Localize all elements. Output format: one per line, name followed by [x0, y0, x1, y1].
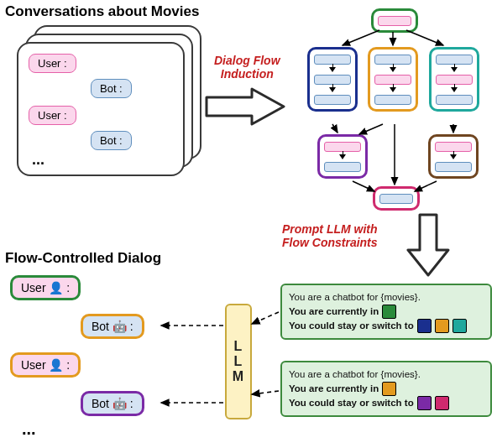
- fc-user-1: User 👤 :: [10, 275, 81, 300]
- arrow-to-graph: [205, 87, 285, 126]
- node-start: [371, 8, 418, 33]
- svg-line-11: [252, 312, 279, 324]
- arrow-down-mini: [450, 154, 457, 159]
- llm-letter-3: M: [233, 369, 244, 384]
- fc-user-2: User 👤 :: [10, 352, 81, 378]
- turn-blue: [379, 194, 413, 204]
- label-prompt-llm: Prompt LLM with Flow Constraints: [282, 222, 378, 249]
- label-flow-induction: Dialog Flow Induction: [214, 54, 280, 81]
- node-end: [373, 186, 420, 211]
- prompt-box-a: You are a chatbot for {movies}. You are …: [280, 284, 492, 340]
- swatch-orange: [435, 319, 449, 333]
- conversations-stack: User : Bot : User : Bot : ...: [13, 22, 203, 176]
- arrow-down-mini: [451, 87, 458, 92]
- prompt-a-line1: You are a chatbot for {movies}.: [289, 290, 484, 305]
- node-purple: [317, 134, 368, 179]
- svg-line-3: [406, 30, 443, 45]
- svg-line-5: [359, 124, 383, 134]
- arrow-down-mini: [329, 67, 336, 72]
- title-flow-controlled: Flow-Controlled Dialog: [5, 250, 161, 267]
- user-chip-1: User :: [29, 54, 76, 73]
- conv-card-1: User : Bot : User : Bot : ...: [17, 42, 185, 176]
- fc-user-2-label: User 👤 :: [21, 358, 70, 372]
- svg-marker-10: [408, 215, 448, 275]
- prompt-b-line3: You could stay or switch to: [289, 396, 484, 410]
- node-teal: [429, 47, 479, 112]
- turn-blue: [324, 162, 361, 172]
- label-prompt-l1: Prompt LLM with: [282, 222, 378, 236]
- arrow-down-mini: [390, 67, 396, 72]
- bot-chip-2: Bot :: [91, 131, 132, 150]
- svg-marker-0: [207, 89, 284, 124]
- title-conversations: Conversations about Movies: [5, 3, 199, 20]
- turn-blue: [314, 95, 351, 105]
- user-chip-2: User :: [29, 106, 76, 125]
- fc-user-1-label: User 👤 :: [21, 281, 70, 294]
- svg-line-1: [343, 30, 379, 45]
- prompt-b-line1: You are a chatbot for {movies}.: [289, 367, 484, 382]
- arrow-down-mini: [390, 87, 396, 92]
- swatch-pink: [435, 396, 449, 410]
- node-brown: [428, 134, 479, 179]
- swatch-navy: [417, 319, 432, 333]
- arrow-down-mini: [339, 154, 346, 159]
- svg-line-4: [332, 124, 337, 133]
- prompt-b-line2: You are currently in: [289, 382, 484, 396]
- fc-bot-2: Bot 🤖 :: [81, 391, 144, 416]
- llm-box: L L M: [225, 304, 252, 419]
- swatch-teal: [453, 319, 467, 333]
- turn-blue: [436, 95, 473, 105]
- ellipsis: ...: [32, 151, 44, 169]
- fc-ellipsis: ...: [22, 419, 36, 439]
- swatch-orange: [382, 382, 396, 396]
- swatch-green: [382, 305, 396, 319]
- bot-chip-1: Bot :: [91, 79, 132, 98]
- arrow-graph-to-prompt: [406, 213, 450, 277]
- svg-line-8: [353, 181, 374, 191]
- label-flow-induction-l1: Dialog Flow: [214, 54, 280, 67]
- prompt-a-line2: You are currently in: [289, 305, 484, 319]
- fc-bot-1: Bot 🤖 :: [81, 314, 144, 339]
- llm-letter-1: L: [234, 339, 243, 354]
- arrow-down-mini: [329, 87, 336, 92]
- fc-bot-1-label: Bot 🤖 :: [92, 320, 133, 333]
- fc-bot-2-label: Bot 🤖 :: [92, 397, 133, 410]
- svg-line-12: [252, 391, 279, 394]
- node-orange: [368, 47, 418, 112]
- label-prompt-l2: Flow Constraints: [282, 236, 378, 249]
- swatch-purple: [417, 396, 432, 410]
- label-flow-induction-l2: Induction: [214, 67, 280, 81]
- arrow-down-mini: [451, 67, 458, 72]
- llm-letter-2: L: [234, 354, 243, 369]
- turn-pink: [378, 16, 411, 26]
- prompt-box-b: You are a chatbot for {movies}. You are …: [280, 361, 492, 417]
- prompt-a-line3: You could stay or switch to: [289, 319, 484, 333]
- turn-blue: [435, 162, 472, 172]
- node-navy: [307, 47, 358, 112]
- turn-blue: [374, 95, 411, 105]
